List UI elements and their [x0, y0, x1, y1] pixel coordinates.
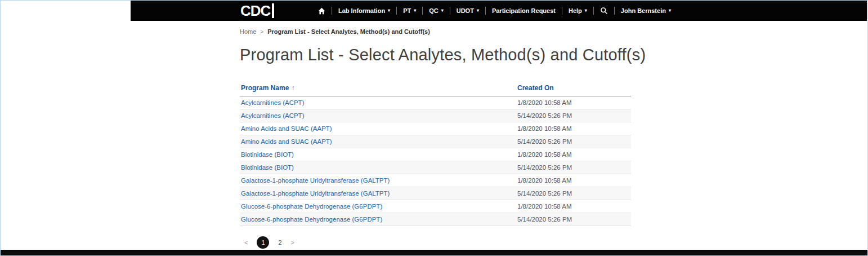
nav-search[interactable]: [594, 1, 614, 21]
program-link[interactable]: Biotinidase (BIOT): [241, 164, 294, 171]
column-header-program-name[interactable]: Program Name↑: [240, 81, 516, 96]
nav-udot[interactable]: UDOT ▾: [450, 1, 485, 21]
created-on-value: 5/14/2020 5:26 PM: [516, 161, 631, 174]
created-on-value: 1/8/2020 10:58 AM: [516, 174, 631, 187]
created-on-value: 5/14/2020 5:26 PM: [516, 213, 631, 226]
program-link[interactable]: Glucose-6-phosphate Dehydrogenase (G6PDP…: [241, 216, 382, 223]
nav-qc-label: QC: [429, 7, 439, 14]
main-menu: Lab Information ▾ PT ▾ QC ▾ UDOT ▾ Parti…: [312, 1, 677, 21]
column-header-created-on-label: Created On: [517, 84, 554, 92]
program-link[interactable]: Glucose-6-phosphate Dehydrogenase (G6PDP…: [241, 203, 382, 210]
nav-lab-information-label: Lab Information: [338, 7, 385, 14]
program-link[interactable]: Biotinidase (BIOT): [241, 151, 294, 158]
pagination: < 1 2 >: [240, 236, 631, 249]
pagination-page-2[interactable]: 2: [278, 239, 281, 246]
breadcrumb-separator-icon: >: [260, 29, 263, 35]
chevron-down-icon: ▾: [477, 8, 479, 13]
nav-participation-request-label: Participation Request: [492, 7, 556, 14]
nav-pt-label: PT: [403, 7, 411, 14]
program-table: Program Name↑ Created On Acylcarnitines …: [240, 81, 631, 226]
nav-udot-label: UDOT: [457, 7, 474, 14]
pagination-next-button[interactable]: >: [291, 239, 294, 246]
table-row: Glucose-6-phosphate Dehydrogenase (G6PDP…: [240, 200, 631, 213]
table-row: Galactose-1-phosphate Uridyltransferase …: [240, 174, 631, 187]
cdc-logo-text: CDC: [240, 2, 270, 20]
nav-help-label: Help: [569, 7, 582, 14]
chevron-down-icon: ▾: [669, 8, 671, 13]
table-row: Amino Acids and SUAC (AAPT) 1/8/2020 10:…: [240, 122, 631, 135]
cdc-logo-bar: [272, 3, 274, 18]
table-row: Glucose-6-phosphate Dehydrogenase (G6PDP…: [240, 213, 631, 226]
program-link[interactable]: Galactose-1-phosphate Uridyltransferase …: [241, 190, 390, 197]
table-row: Amino Acids and SUAC (AAPT) 5/14/2020 5:…: [240, 135, 631, 148]
nav-help[interactable]: Help ▾: [562, 1, 593, 21]
created-on-value: 5/14/2020 5:26 PM: [516, 109, 631, 122]
created-on-value: 1/8/2020 10:58 AM: [516, 200, 631, 213]
nav-user-menu[interactable]: John Bernstein ▾: [615, 1, 677, 21]
nav-home[interactable]: [312, 1, 332, 21]
chevron-down-icon: ▾: [414, 8, 416, 13]
created-on-value: 1/8/2020 10:58 AM: [516, 122, 631, 135]
program-link[interactable]: Acylcarnitines (ACPT): [241, 99, 304, 106]
search-icon: [600, 7, 608, 15]
nav-pt[interactable]: PT ▾: [397, 1, 422, 21]
table-row: Acylcarnitines (ACPT) 5/14/2020 5:26 PM: [240, 109, 631, 122]
program-link[interactable]: Amino Acids and SUAC (AAPT): [241, 125, 332, 132]
created-on-value: 5/14/2020 5:26 PM: [516, 135, 631, 148]
column-header-created-on[interactable]: Created On: [516, 81, 631, 96]
chevron-down-icon: ▾: [388, 8, 390, 13]
program-link[interactable]: Acylcarnitines (ACPT): [241, 112, 304, 119]
created-on-value: 1/8/2020 10:58 AM: [516, 96, 631, 109]
table-header-row: Program Name↑ Created On: [240, 81, 631, 96]
chevron-down-icon: ▾: [585, 8, 587, 13]
page-title: Program List - Select Analytes, Method(s…: [240, 46, 631, 64]
main-content: Home > Program List - Select Analytes, M…: [240, 21, 631, 249]
breadcrumb-home-link[interactable]: Home: [240, 28, 256, 35]
top-nav-bar: CDC Lab Information ▾ PT ▾ QC ▾: [131, 1, 867, 21]
program-link[interactable]: Amino Acids and SUAC (AAPT): [241, 138, 332, 145]
pagination-page-1-active[interactable]: 1: [257, 236, 269, 249]
footer-bar: [1, 250, 867, 255]
program-link[interactable]: Galactose-1-phosphate Uridyltransferase …: [241, 177, 390, 184]
pagination-prev-button[interactable]: <: [244, 239, 248, 246]
table-row: Biotinidase (BIOT) 1/8/2020 10:58 AM: [240, 148, 631, 161]
home-icon: [318, 7, 325, 15]
nav-qc[interactable]: QC ▾: [423, 1, 450, 21]
table-row: Acylcarnitines (ACPT) 1/8/2020 10:58 AM: [240, 96, 631, 109]
sort-ascending-icon: ↑: [291, 84, 294, 92]
browser-viewport: CDC Lab Information ▾ PT ▾ QC ▾: [0, 0, 868, 256]
table-row: Biotinidase (BIOT) 5/14/2020 5:26 PM: [240, 161, 631, 174]
table-row: Galactose-1-phosphate Uridyltransferase …: [240, 187, 631, 200]
created-on-value: 5/14/2020 5:26 PM: [516, 187, 631, 200]
nav-lab-information[interactable]: Lab Information ▾: [332, 1, 396, 21]
nav-participation-request[interactable]: Participation Request: [486, 1, 562, 21]
page: { "brand": { "logo_text": "CDC" }, "nav"…: [0, 0, 868, 256]
column-header-program-name-label: Program Name: [241, 84, 289, 92]
breadcrumb-current: Program List - Select Analytes, Method(s…: [267, 28, 430, 35]
breadcrumb: Home > Program List - Select Analytes, M…: [240, 28, 631, 35]
cdc-logo[interactable]: CDC: [239, 1, 276, 20]
nav-user-label: John Bernstein: [621, 7, 666, 14]
created-on-value: 1/8/2020 10:58 AM: [516, 148, 631, 161]
chevron-down-icon: ▾: [441, 8, 444, 13]
